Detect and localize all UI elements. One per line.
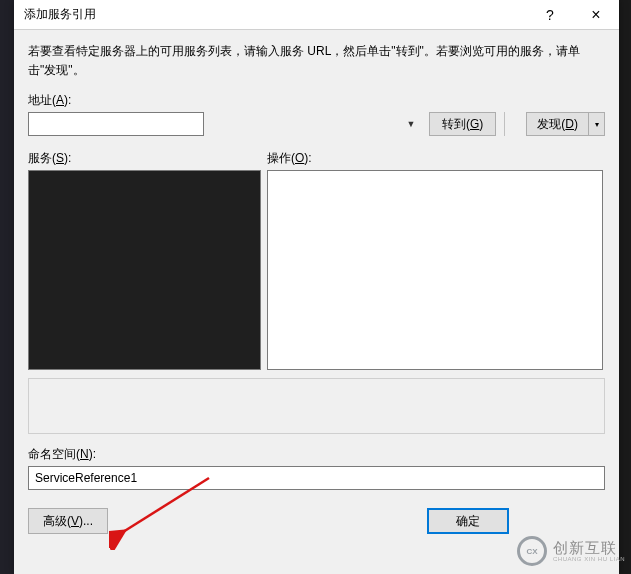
discover-dropdown-button[interactable]: ▾ bbox=[589, 112, 605, 136]
chevron-down-icon: ▼ bbox=[402, 113, 420, 135]
help-button[interactable]: ? bbox=[527, 0, 573, 30]
dialog-title: 添加服务引用 bbox=[24, 6, 527, 23]
operations-list[interactable] bbox=[267, 170, 603, 370]
address-combo-wrap: ▼ bbox=[28, 112, 421, 136]
namespace-label: 命名空间(N): bbox=[28, 446, 605, 463]
separator bbox=[504, 112, 518, 136]
namespace-input[interactable] bbox=[28, 466, 605, 490]
services-list[interactable] bbox=[28, 170, 261, 370]
discover-split-button: 发现(D) ▾ bbox=[526, 112, 605, 136]
address-label: 地址(A): bbox=[28, 92, 605, 109]
advanced-button[interactable]: 高级(V)... bbox=[28, 508, 108, 534]
operations-label: 操作(O): bbox=[267, 150, 603, 167]
discover-button[interactable]: 发现(D) bbox=[526, 112, 589, 136]
background-editor-strip bbox=[0, 0, 14, 574]
services-label: 服务(S): bbox=[28, 150, 261, 167]
address-input[interactable] bbox=[28, 112, 204, 136]
instruction-text: 若要查看特定服务器上的可用服务列表，请输入服务 URL，然后单击"转到"。若要浏… bbox=[28, 42, 605, 80]
status-area bbox=[28, 378, 605, 434]
ok-button[interactable]: 确定 bbox=[427, 508, 509, 534]
add-service-reference-dialog: 添加服务引用 ? × 若要查看特定服务器上的可用服务列表，请输入服务 URL，然… bbox=[14, 0, 619, 574]
go-button[interactable]: 转到(G) bbox=[429, 112, 496, 136]
titlebar: 添加服务引用 ? × bbox=[14, 0, 619, 30]
close-button[interactable]: × bbox=[573, 0, 619, 30]
